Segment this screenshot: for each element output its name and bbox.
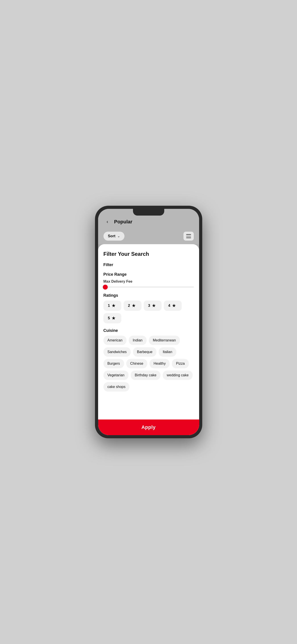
apply-button[interactable]: Apply — [103, 424, 194, 430]
phone-screen: ‹ Popular Sort ⌄ Filter Your Search — [98, 209, 199, 435]
rating-chip-3[interactable]: 3★ — [144, 300, 162, 311]
ratings-label: Ratings — [103, 293, 194, 298]
slider-thumb[interactable] — [103, 285, 108, 290]
filter-sheet: Filter Your Search Filter Price Range Ma… — [98, 244, 199, 435]
rating-number: 3 — [148, 304, 150, 308]
chevron-down-icon: ⌄ — [117, 234, 120, 238]
cuisine-chip-pizza[interactable]: Pizza — [172, 359, 189, 368]
rating-number: 4 — [168, 304, 170, 308]
sheet-content: Filter Your Search Filter Price Range Ma… — [98, 244, 199, 420]
filter-section: Filter — [103, 262, 194, 267]
rating-number: 2 — [128, 304, 130, 308]
page-title: Popular — [114, 219, 194, 225]
rating-number: 5 — [108, 316, 110, 320]
back-button[interactable]: ‹ — [103, 218, 111, 226]
cuisine-chip-italian[interactable]: Italian — [159, 347, 176, 357]
cuisine-chip-cake-shops[interactable]: cake shops — [103, 382, 130, 392]
rating-chip-2[interactable]: 2★ — [124, 300, 141, 311]
cuisine-chip-indian[interactable]: Indian — [129, 336, 147, 345]
hamburger-icon — [186, 234, 191, 238]
delivery-fee-slider[interactable] — [103, 285, 194, 288]
menu-icon-button[interactable] — [184, 232, 194, 240]
filter-label: Filter — [103, 262, 194, 267]
cuisine-chip-healthy[interactable]: Healthy — [150, 359, 170, 368]
rating-chip-4[interactable]: 4★ — [164, 300, 182, 311]
sheet-title: Filter Your Search — [103, 251, 194, 257]
cuisine-chip-barbeque[interactable]: Barbeque — [133, 347, 156, 357]
price-range-section: Price Range Max Delivery Fee — [103, 272, 194, 288]
cuisine-label: Cuisine — [103, 328, 194, 333]
star-icon: ★ — [152, 303, 156, 308]
cuisine-chip-mediterranean[interactable]: Mediterranean — [149, 336, 180, 345]
cuisine-section: Cuisine AmericanIndianMediterraneanSandw… — [103, 328, 194, 392]
star-icon: ★ — [132, 303, 135, 308]
cuisine-chip-american[interactable]: American — [103, 336, 127, 345]
phone-frame: ‹ Popular Sort ⌄ Filter Your Search — [95, 206, 202, 438]
price-range-label: Price Range — [103, 272, 194, 277]
ratings-grid: 1★2★3★4★5★ — [103, 300, 194, 323]
slider-track — [103, 287, 194, 287]
sort-label: Sort — [108, 234, 116, 238]
cuisine-chip-wedding-cake[interactable]: wedding cake — [163, 370, 193, 380]
rating-chip-1[interactable]: 1★ — [103, 300, 121, 311]
rating-number: 1 — [108, 304, 110, 308]
star-icon: ★ — [112, 303, 115, 308]
ratings-section: Ratings 1★2★3★4★5★ — [103, 293, 194, 323]
max-delivery-fee-label: Max Delivery Fee — [103, 280, 194, 284]
back-icon: ‹ — [107, 219, 108, 225]
star-icon: ★ — [112, 316, 115, 321]
cuisine-grid: AmericanIndianMediterraneanSandwichesBar… — [103, 336, 194, 392]
cuisine-chip-vegetarian[interactable]: Vegetarian — [103, 370, 129, 380]
apply-btn-container: Apply — [98, 420, 199, 435]
rating-chip-5[interactable]: 5★ — [103, 313, 121, 323]
cuisine-chip-burgers[interactable]: Burgers — [103, 359, 124, 368]
toolbar: Sort ⌄ — [98, 230, 199, 244]
phone-notch — [133, 209, 164, 216]
cuisine-chip-sandwiches[interactable]: Sandwiches — [103, 347, 131, 357]
cuisine-chip-chinese[interactable]: Chinese — [126, 359, 147, 368]
sort-button[interactable]: Sort ⌄ — [103, 232, 124, 240]
star-icon: ★ — [172, 303, 176, 308]
cuisine-chip-birthday-cake[interactable]: Birthday cake — [131, 370, 160, 380]
